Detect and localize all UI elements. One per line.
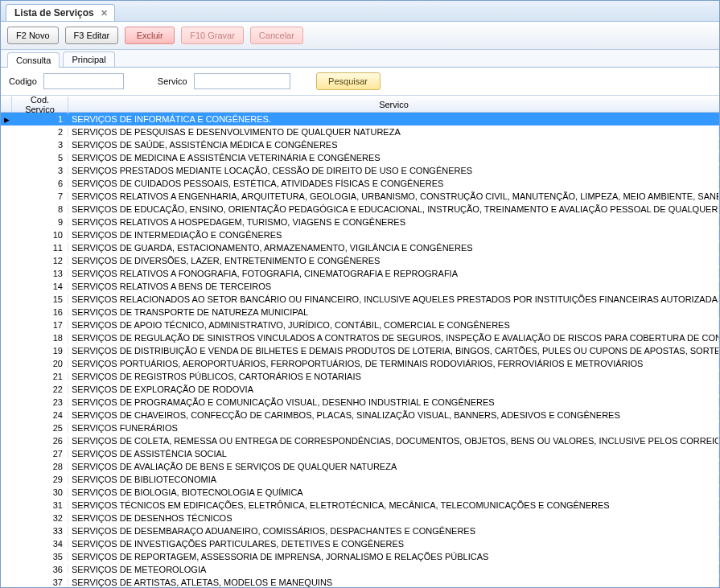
filter-bar: Codigo Servico Pesquisar (1, 68, 719, 96)
table-row[interactable]: 9SERVIÇOS RELATIVOS A HOSPEDAGEM, TURISM… (1, 216, 719, 228)
table-row[interactable]: 7SERVIÇOS RELATIVOS A ENGENHARIA, ARQUIT… (1, 190, 719, 203)
row-code: 30 (12, 487, 68, 497)
table-row[interactable]: 33SERVIÇOS DE DESEMBARAÇO ADUANEIRO, COM… (1, 524, 719, 537)
toolbar: F2 Novo F3 Editar Excluir F10 Gravar Can… (1, 22, 719, 50)
row-desc: SERVIÇOS RELATIVOS A BENS DE TERCEIROS (68, 282, 719, 291)
row-code: 5 (12, 153, 68, 162)
row-code: 1 (12, 114, 68, 124)
table-row[interactable]: 11SERVIÇOS DE GUARDA, ESTACIONAMENTO, AR… (1, 241, 719, 254)
close-icon[interactable]: ✕ (101, 8, 108, 19)
table-row[interactable]: 19SERVIÇOS DE DISTRIBUIÇÃO E VENDA DE BI… (1, 344, 719, 357)
table-row[interactable]: 18SERVIÇOS DE REGULAÇÃO DE SINISTROS VIN… (1, 331, 719, 344)
table-row[interactable]: 2SERVIÇOS DE PESQUISAS E DESENVOLVIMENTO… (1, 125, 719, 138)
row-code: 31 (12, 500, 68, 510)
row-desc: SERVIÇOS RELATIVOS A FONOGRAFIA, FOTOGRA… (68, 269, 719, 278)
row-desc: SERVIÇOS DE AVALIAÇÃO DE BENS E SERVIÇOS… (68, 462, 719, 471)
row-desc: SERVIÇOS PORTUÁRIOS, AEROPORTUÁRIOS, FER… (68, 359, 719, 368)
table-row[interactable]: 37SERVIÇOS DE ARTISTAS, ATLETAS, MODELOS… (1, 576, 719, 588)
row-code: 10 (12, 230, 68, 240)
row-code: 32 (12, 513, 68, 523)
table-row[interactable]: 27SERVIÇOS DE ASSISTÊNCIA SOCIAL (1, 447, 719, 460)
tab-principal[interactable]: Principal (63, 51, 114, 67)
table-row[interactable]: 36SERVIÇOS DE METEOROLOGIA (1, 563, 719, 576)
table-row[interactable]: 12SERVIÇOS DE DIVERSÕES, LAZER, ENTRETEN… (1, 254, 719, 267)
row-desc: SERVIÇOS DE COLETA, REMESSA OU ENTREGA D… (68, 436, 719, 446)
window-tab-active[interactable]: Lista de Serviços ✕ (6, 4, 115, 21)
table-row[interactable]: 5SERVIÇOS DE MEDICINA E ASSISTÊNCIA VETE… (1, 151, 719, 164)
table-row[interactable]: 31SERVIÇOS TÉCNICOS EM EDIFICAÇÕES, ELET… (1, 499, 719, 512)
pesquisar-button[interactable]: Pesquisar (316, 72, 381, 90)
table-row[interactable]: 21SERVIÇOS DE REGISTROS PÚBLICOS, CARTOR… (1, 370, 719, 383)
novo-button[interactable]: F2 Novo (7, 27, 59, 44)
row-code: 11 (12, 243, 68, 253)
row-desc: SERVIÇOS DE METEOROLOGIA (68, 565, 719, 574)
row-desc: SERVIÇOS DE ARTISTAS, ATLETAS, MODELOS E… (68, 578, 719, 587)
servico-label: Servico (158, 76, 187, 86)
window-title: Lista de Serviços (14, 7, 94, 19)
row-code: 27 (12, 449, 68, 458)
table-row[interactable]: 20SERVIÇOS PORTUÁRIOS, AEROPORTUÁRIOS, F… (1, 357, 719, 370)
row-desc: SERVIÇOS FUNERÁRIOS (68, 423, 719, 433)
table-row[interactable]: 15SERVIÇOS RELACIONADOS AO SETOR BANCÁRI… (1, 293, 719, 306)
table-row[interactable]: 16SERVIÇOS DE TRANSPORTE DE NATUREZA MUN… (1, 306, 719, 319)
row-desc: SERVIÇOS DE DISTRIBUIÇÃO E VENDA DE BILH… (68, 346, 719, 356)
table-row[interactable]: 30SERVIÇOS DE BIOLOGIA, BIOTECNOLOGIA E … (1, 486, 719, 499)
row-code: 17 (12, 320, 68, 330)
row-code: 29 (12, 475, 68, 484)
table-row[interactable]: 1SERVIÇOS DE INFORMÁTICA E CONGÊNERES. (1, 113, 719, 125)
table-row[interactable]: 28SERVIÇOS DE AVALIAÇÃO DE BENS E SERVIÇ… (1, 460, 719, 473)
table-row[interactable]: 23SERVIÇOS DE PROGRAMAÇÃO E COMUNICAÇÃO … (1, 396, 719, 409)
editar-button[interactable]: F3 Editar (65, 27, 119, 44)
servico-input[interactable] (194, 73, 290, 89)
table-row[interactable]: 35SERVIÇOS DE REPORTAGEM, ASSESSORIA DE … (1, 550, 719, 563)
row-desc: SERVIÇOS DE INTERMEDIAÇÃO E CONGÊNERES (68, 230, 719, 240)
sub-tabs: Consulta Principal (1, 50, 719, 68)
grid-header: Cod. Servico Servico (1, 97, 719, 113)
row-code: 33 (12, 526, 68, 536)
row-desc: SERVIÇOS DE REGULAÇÃO DE SINISTROS VINCU… (68, 333, 719, 343)
table-row[interactable]: 17SERVIÇOS DE APOIO TÉCNICO, ADMINISTRAT… (1, 319, 719, 331)
row-code: 37 (12, 578, 68, 587)
table-row[interactable]: 29SERVIÇOS DE BIBLIOTECONOMIA (1, 473, 719, 486)
row-code: 15 (12, 294, 68, 304)
cancelar-button[interactable]: Cancelar (250, 27, 303, 44)
table-row[interactable]: 32SERVIÇOS DE DESENHOS TÉCNICOS (1, 512, 719, 524)
row-desc: SERVIÇOS DE INFORMÁTICA E CONGÊNERES. (68, 114, 719, 124)
gravar-button[interactable]: F10 Gravar (181, 27, 244, 44)
table-row[interactable]: 3SERVIÇOS PRESTADOS MEDIANTE LOCAÇÃO, CE… (1, 164, 719, 177)
excluir-button[interactable]: Excluir (125, 27, 175, 44)
row-desc: SERVIÇOS DE DIVERSÕES, LAZER, ENTRETENIM… (68, 256, 719, 265)
grid-body[interactable]: 1SERVIÇOS DE INFORMÁTICA E CONGÊNERES.2S… (1, 113, 719, 588)
table-row[interactable]: 8SERVIÇOS DE EDUCAÇÃO, ENSINO, ORIENTAÇÃ… (1, 203, 719, 216)
row-desc: SERVIÇOS DE CUIDADOS PESSOAIS, ESTÉTICA,… (68, 179, 719, 188)
row-desc: SERVIÇOS DE REPORTAGEM, ASSESSORIA DE IM… (68, 552, 719, 561)
row-desc: SERVIÇOS DE ASSISTÊNCIA SOCIAL (68, 449, 719, 458)
row-code: 3 (12, 166, 68, 175)
table-row[interactable]: 24SERVIÇOS DE CHAVEIROS, CONFECÇÃO DE CA… (1, 409, 719, 421)
table-row[interactable]: 34SERVIÇOS DE INVESTIGAÇÕES PARTICULARES… (1, 537, 719, 550)
row-code: 21 (12, 372, 68, 381)
table-row[interactable]: 26SERVIÇOS DE COLETA, REMESSA OU ENTREGA… (1, 434, 719, 447)
codigo-input[interactable] (43, 73, 124, 89)
grid-header-desc[interactable]: Servico (68, 98, 719, 111)
row-code: 34 (12, 539, 68, 549)
row-code: 6 (12, 179, 68, 188)
row-desc: SERVIÇOS RELATIVOS A ENGENHARIA, ARQUITE… (68, 191, 719, 201)
row-code: 20 (12, 359, 68, 368)
row-desc: SERVIÇOS TÉCNICOS EM EDIFICAÇÕES, ELETRÔ… (68, 500, 719, 510)
table-row[interactable]: 22SERVIÇOS DE EXPLORAÇÃO DE RODOVIA (1, 383, 719, 396)
row-code: 9 (12, 217, 68, 227)
row-code: 22 (12, 384, 68, 394)
table-row[interactable]: 25SERVIÇOS FUNERÁRIOS (1, 421, 719, 434)
table-row[interactable]: 14SERVIÇOS RELATIVOS A BENS DE TERCEIROS (1, 280, 719, 293)
table-row[interactable]: 13SERVIÇOS RELATIVOS A FONOGRAFIA, FOTOG… (1, 267, 719, 280)
grid-header-code[interactable]: Cod. Servico (12, 96, 68, 116)
row-desc: SERVIÇOS DE PROGRAMAÇÃO E COMUNICAÇÃO VI… (68, 397, 719, 407)
row-code: 16 (12, 307, 68, 317)
row-desc: SERVIÇOS DE APOIO TÉCNICO, ADMINISTRATIV… (68, 320, 719, 330)
table-row[interactable]: 3SERVIÇOS DE SAÚDE, ASSISTÊNCIA MÉDICA E… (1, 138, 719, 151)
tab-consulta[interactable]: Consulta (7, 52, 60, 68)
table-row[interactable]: 10SERVIÇOS DE INTERMEDIAÇÃO E CONGÊNERES (1, 228, 719, 241)
row-code: 14 (12, 282, 68, 291)
table-row[interactable]: 6SERVIÇOS DE CUIDADOS PESSOAIS, ESTÉTICA… (1, 177, 719, 190)
